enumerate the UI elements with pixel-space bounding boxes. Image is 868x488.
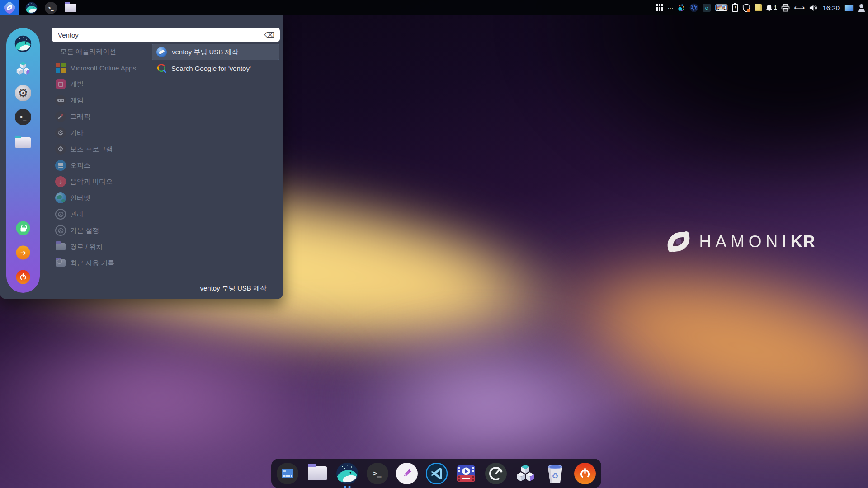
sidebar-log-out[interactable]: ➜ [16, 246, 30, 260]
dock-text-editor[interactable] [396, 462, 418, 485]
gear-icon: ⚙ [55, 144, 66, 155]
sidebar-shut-down[interactable] [16, 270, 30, 284]
category-office[interactable]: 오피스 [45, 157, 152, 174]
dock-trash[interactable]: ♻ [544, 462, 566, 485]
notification-count: 1 [774, 4, 777, 11]
alpha-app-icon[interactable]: α [703, 2, 711, 13]
search-input[interactable] [52, 31, 264, 39]
dock-terminal[interactable]: >_ [366, 462, 388, 485]
category-list: 모든 애플리케이션 Microsoft Online Apps 개발 게임 그래… [45, 43, 152, 271]
user-icon[interactable] [858, 2, 865, 13]
whale-icon [25, 2, 38, 14]
category-internet[interactable]: 인터넷 [45, 190, 152, 206]
display-icon[interactable] [844, 2, 854, 13]
folder-icon [15, 137, 31, 148]
microsoft-icon [55, 62, 66, 73]
search-results: ventoy 부팅 USB 제작 Search Google for 'vent… [152, 44, 279, 76]
logout-arrow-icon: ➜ [16, 246, 30, 260]
security-shield-icon[interactable] [742, 2, 750, 13]
sidebar-terminal[interactable]: >_ [15, 109, 31, 125]
files-launcher[interactable] [64, 2, 76, 14]
gear-icon: ⚙ [15, 85, 31, 101]
start-menu-button[interactable] [0, 0, 19, 15]
brush-icon [55, 111, 66, 122]
terminal-launcher[interactable]: >_ [45, 2, 57, 14]
video-player-icon [456, 465, 476, 483]
dock-screensaver[interactable] [277, 462, 299, 485]
terminal-icon: >_ [15, 109, 31, 125]
whale-icon [336, 462, 359, 485]
keyboard-layout-icon[interactable]: ⌨ [715, 2, 728, 13]
category-other[interactable]: ⚙ 기타 [45, 125, 152, 141]
category-recent-files[interactable]: 최근 사용 기록 [45, 255, 152, 271]
brand-text: HAMONI KR [699, 232, 816, 251]
sidebar-lock-screen[interactable] [16, 221, 30, 235]
globe-icon [55, 192, 66, 203]
sidebar-system-settings[interactable]: ⚙ [15, 85, 31, 101]
sidebar-software-center[interactable] [15, 61, 31, 77]
cubes-icon [15, 61, 31, 77]
clipboard-icon[interactable]: ! [732, 2, 738, 13]
menu-sidebar: ⚙ >_ ➜ [6, 28, 40, 293]
menu-search-box[interactable]: ⌫ [52, 28, 280, 42]
notifications-icon[interactable]: 1 [766, 2, 777, 13]
category-games[interactable]: 게임 [45, 92, 152, 108]
category-all-applications[interactable]: 모든 애플리케이션 [45, 43, 152, 60]
dock-vscode[interactable] [425, 462, 448, 485]
dock-video-player[interactable] [455, 462, 477, 485]
gamepad-icon [55, 95, 66, 106]
app-grid-icon[interactable] [656, 2, 663, 13]
folder-icon [65, 4, 76, 12]
brand-name: HAMONI [699, 232, 791, 251]
notes-icon[interactable] [755, 2, 762, 13]
category-preferences[interactable]: 기본 설정 [45, 222, 152, 239]
sidebar-file-manager[interactable] [15, 137, 31, 148]
wallpaper-dark-corner [520, 0, 868, 203]
input-method-icon[interactable] [677, 2, 685, 13]
sidebar-whale-browser[interactable] [14, 35, 32, 52]
dock-system-monitor[interactable] [485, 462, 507, 485]
category-development[interactable]: 개발 [45, 76, 152, 92]
network-arrows-icon[interactable]: ⟷ [794, 2, 805, 13]
music-note-icon: ♪ [55, 176, 66, 187]
folder-icon [308, 466, 327, 480]
menu-status-text: ventoy 부팅 USB 제작 [200, 284, 267, 293]
start-menu: ⚙ >_ ➜ ⌫ 모든 애플리케이션 Microsoft Online App [0, 15, 283, 299]
category-microsoft-online-apps[interactable]: Microsoft Online Apps [45, 60, 152, 76]
clock[interactable]: 16:20 [822, 2, 840, 13]
category-administration[interactable]: 관리 [45, 206, 152, 222]
dock-power[interactable] [574, 462, 596, 485]
category-accessories[interactable]: ⚙ 보조 프로그램 [45, 141, 152, 157]
category-music-video[interactable]: ♪ 음악과 비디오 [45, 174, 152, 190]
power-icon [16, 270, 30, 284]
brand-suffix: KR [791, 232, 816, 251]
ventoy-icon [156, 47, 167, 57]
trash-icon: ♻ [546, 463, 565, 484]
tray-overflow-icon[interactable]: ⋯ [667, 2, 673, 13]
dock-file-manager[interactable] [307, 462, 329, 485]
svg-text:♻: ♻ [552, 472, 558, 480]
chip-icon [55, 79, 66, 89]
printer-icon[interactable] [781, 2, 790, 13]
whale-browser-launcher[interactable] [25, 2, 38, 14]
system-tray: ⋯ α ⌨ ! 1 ⟷ 16:20 [656, 2, 868, 13]
whale-icon [14, 35, 32, 52]
result-ventoy[interactable]: ventoy 부팅 USB 제작 [152, 44, 279, 60]
pencil-icon [396, 463, 418, 484]
category-graphics[interactable]: 그래픽 [45, 108, 152, 125]
dock-software-center[interactable] [514, 462, 537, 485]
top-panel: >_ ⋯ α ⌨ ! 1 ⟷ [0, 0, 868, 15]
dock-whale-browser[interactable] [336, 462, 359, 485]
clear-search-icon[interactable]: ⌫ [264, 31, 280, 39]
dock: >_ [271, 459, 601, 488]
terminal-icon: >_ [367, 463, 388, 484]
dial-icon [55, 209, 66, 220]
cubes-icon [514, 463, 536, 484]
result-google-search[interactable]: Search Google for 'ventoy' [152, 60, 279, 76]
shutter-icon[interactable] [689, 2, 698, 13]
dial-icon [55, 225, 66, 236]
panel-launchers: >_ [25, 2, 76, 14]
volume-icon[interactable] [809, 2, 817, 13]
running-indicator [344, 486, 351, 488]
category-places[interactable]: 경로 / 위치 [45, 239, 152, 255]
